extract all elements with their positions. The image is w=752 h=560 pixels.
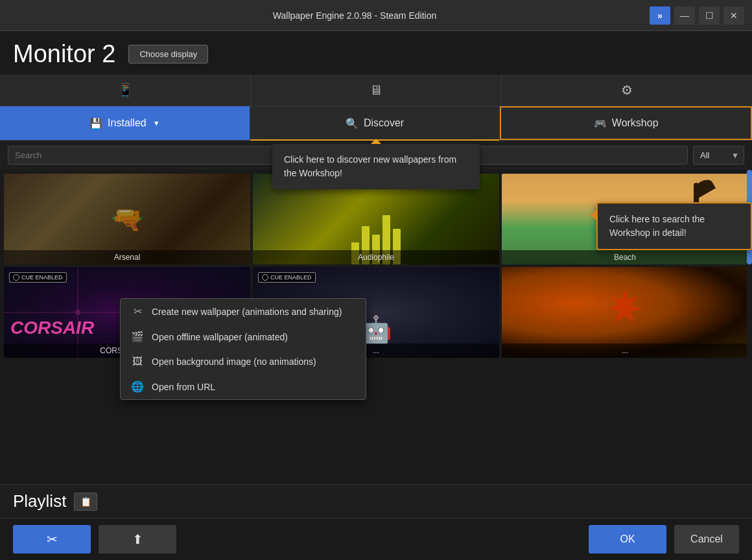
- installed-icon: 💾: [89, 117, 102, 130]
- create-icon: ✂: [131, 305, 144, 318]
- svg-point-2: [75, 310, 80, 315]
- cancel-button[interactable]: Cancel: [674, 525, 739, 554]
- playlist-icon: 📋: [80, 496, 91, 507]
- bottom-bar: ✂ ⬆ OK Cancel: [0, 518, 752, 560]
- mobile-icon: 📱: [117, 82, 134, 98]
- filter-dropdown[interactable]: All Scene Video Web: [693, 146, 744, 165]
- tab-installed[interactable]: 💾 Installed ▼: [0, 106, 250, 140]
- window-controls: » — ☐ ✕: [650, 6, 744, 25]
- filter-dropdown-wrapper: All Scene Video Web ▼: [693, 146, 744, 165]
- minimize-button[interactable]: —: [674, 6, 695, 25]
- monitor-icon: 🖥: [370, 83, 382, 98]
- title-bar: Wallpaper Engine 2.0.98 - Steam Edition …: [0, 0, 752, 31]
- context-menu: ✂ Create new wallpaper (animations and s…: [120, 298, 366, 400]
- header-row: Monitor 2 Choose display: [0, 31, 752, 75]
- playlist-title: Playlist: [13, 491, 66, 511]
- wallpaper-grid: Arsenal Audiophile: [4, 174, 748, 358]
- context-label-create: Create new wallpaper (animations and sha…: [152, 307, 342, 317]
- context-item-create[interactable]: ✂ Create new wallpaper (animations and s…: [121, 299, 366, 324]
- wallpaper-label-audiophile: Audiophile: [253, 250, 499, 264]
- monitor-title: Monitor 2: [13, 40, 115, 68]
- installed-dropdown-arrow: ▼: [153, 119, 160, 127]
- maximize-button[interactable]: ☐: [699, 6, 720, 25]
- workshop-icon: 🎮: [594, 117, 607, 130]
- tab-mobile[interactable]: 📱: [0, 75, 251, 106]
- discover-label: Discover: [364, 117, 404, 129]
- playlist-icon-button[interactable]: 📋: [74, 493, 97, 511]
- wallpaper-label-orange: ...: [502, 344, 748, 358]
- context-item-url[interactable]: 🌐 Open from URL: [121, 374, 366, 399]
- wallpaper-label-beach: Beach: [502, 250, 748, 264]
- tools-button[interactable]: ✂: [13, 525, 91, 554]
- svg-marker-3: [609, 290, 641, 322]
- playlist-bar: Playlist 📋: [0, 484, 752, 518]
- upload-button[interactable]: ⬆: [99, 525, 176, 554]
- wallpaper-label-arsenal: Arsenal: [4, 250, 250, 264]
- tab-workshop[interactable]: 🎮 Workshop: [500, 106, 752, 140]
- tab-monitor[interactable]: 🖥: [251, 75, 502, 106]
- close-button[interactable]: ✕: [723, 6, 744, 25]
- context-item-offline[interactable]: 🎬 Open offline wallpaper (animated): [121, 324, 366, 349]
- context-label-background: Open background image (no animations): [152, 356, 316, 367]
- forward-button[interactable]: »: [650, 6, 670, 25]
- wallpaper-item-arsenal[interactable]: Arsenal: [4, 174, 250, 264]
- context-item-background[interactable]: 🖼 Open background image (no animations): [121, 349, 366, 374]
- main-area: Monitor 2 Choose display 📱 🖥 ⚙ 💾 Install…: [0, 31, 752, 560]
- discover-tooltip: Click here to discover new wallpapers fr…: [272, 144, 480, 189]
- wallpaper-item-orange[interactable]: ...: [502, 267, 748, 358]
- url-icon: 🌐: [131, 380, 144, 393]
- settings-icon: ⚙: [621, 82, 633, 98]
- background-icon: 🖼: [131, 356, 144, 368]
- choose-display-button[interactable]: Choose display: [128, 45, 208, 64]
- icon-tabs: 📱 🖥 ⚙: [0, 75, 752, 106]
- cue-icon-2: [262, 274, 268, 281]
- workshop-label: Workshop: [612, 117, 659, 129]
- offline-icon: 🎬: [131, 331, 144, 343]
- app-title: Wallpaper Engine 2.0.98 - Steam Edition: [60, 10, 650, 21]
- main-tabs: 💾 Installed ▼ 🔍 Discover 🎮 Workshop Clic…: [0, 106, 752, 141]
- tab-settings[interactable]: ⚙: [502, 75, 752, 106]
- installed-label: Installed: [108, 117, 147, 129]
- workshop-tooltip-arrow: [590, 210, 596, 220]
- discover-icon: 🔍: [346, 117, 358, 130]
- context-label-url: Open from URL: [152, 382, 215, 392]
- context-label-offline: Open offline wallpaper (animated): [152, 332, 288, 342]
- ok-button[interactable]: OK: [589, 525, 666, 554]
- cue-badge-2: CUE ENABLED: [258, 272, 316, 283]
- workshop-tooltip: Click here to search the Workshop in det…: [596, 202, 752, 250]
- spiky-svg: [599, 286, 651, 338]
- tab-discover[interactable]: 🔍 Discover: [250, 106, 500, 140]
